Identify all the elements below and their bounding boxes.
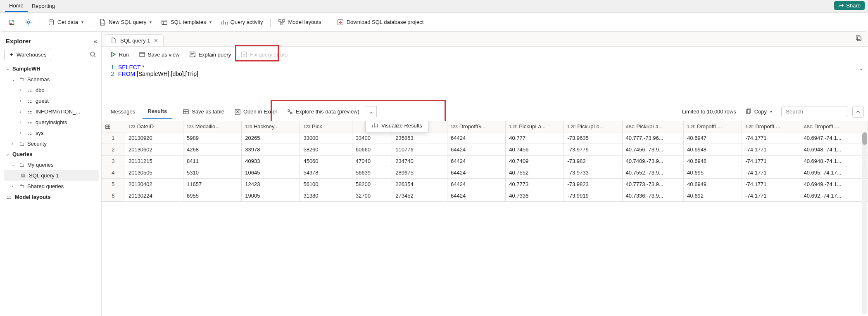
tree-model-layouts[interactable]: ⚏Model layouts bbox=[4, 191, 99, 202]
table-row[interactable]: 3201312158411409334506047040234740644244… bbox=[102, 156, 868, 167]
table-row[interactable]: 2201306024268339785826060660110776644244… bbox=[102, 144, 868, 156]
window-stack-button[interactable] bbox=[855, 34, 862, 42]
warehouses-button[interactable]: ＋Warehouses bbox=[4, 49, 51, 60]
column-header[interactable]: 123Pick bbox=[300, 121, 352, 132]
activity-icon bbox=[221, 19, 228, 26]
column-header[interactable]: ABCPickupLa... bbox=[622, 121, 684, 132]
column-header[interactable]: 123DropoffG... bbox=[447, 121, 506, 132]
cell: 5310 bbox=[183, 167, 242, 179]
explore-data-button[interactable]: Explore this data (preview) bbox=[283, 106, 364, 117]
row-number: 3 bbox=[102, 156, 125, 167]
query-activity-button[interactable]: Query activity bbox=[217, 17, 266, 28]
messages-tab[interactable]: Messages bbox=[106, 104, 140, 119]
cell: 64424 bbox=[447, 156, 506, 167]
cell: -73.9823 bbox=[564, 179, 622, 190]
scrollbar-thumb[interactable] bbox=[862, 132, 867, 145]
database-icon bbox=[48, 19, 55, 26]
column-header[interactable]: 1.2FPickupLa... bbox=[506, 121, 564, 132]
download-project-button[interactable]: Download SQL database project bbox=[333, 17, 427, 28]
column-header[interactable]: 1.2FPickupLo... bbox=[564, 121, 622, 132]
svg-point-1 bbox=[27, 21, 29, 23]
svg-point-0 bbox=[10, 23, 12, 24]
cell: -73.9635 bbox=[564, 132, 622, 144]
table-row[interactable]: 6201302246955190053138032700273452644244… bbox=[102, 190, 868, 202]
run-button[interactable]: Run bbox=[106, 49, 133, 60]
explain-icon bbox=[189, 51, 196, 58]
cell: 56639 bbox=[352, 167, 392, 179]
visualize-results-popup[interactable]: Visualize Results bbox=[365, 121, 428, 132]
cell: 40.695,-74.17... bbox=[800, 167, 868, 179]
new-sql-button[interactable]: SQL New SQL query▾ bbox=[95, 17, 155, 28]
explorer-title: Explorer bbox=[6, 38, 31, 45]
tree-schema-guest[interactable]: ›⚏guest bbox=[4, 95, 99, 106]
refresh-button[interactable] bbox=[5, 17, 19, 28]
tree-query-1[interactable]: 🗎SQL query 1 bbox=[4, 170, 99, 181]
get-data-button[interactable]: Get data▾ bbox=[44, 17, 87, 28]
schema-icon: ⚏ bbox=[26, 108, 33, 115]
cell: 33400 bbox=[352, 132, 392, 144]
query-tab[interactable]: SQL query 1 ✕ bbox=[105, 34, 164, 46]
save-as-view-button[interactable]: Save as view bbox=[135, 49, 184, 60]
svg-rect-14 bbox=[242, 52, 247, 57]
cell: -74.1771 bbox=[742, 179, 800, 190]
column-header[interactable]: 123Medallio... bbox=[183, 121, 242, 132]
results-search-input[interactable] bbox=[781, 106, 847, 117]
column-header[interactable]: 1.2FDropoffL... bbox=[684, 121, 742, 132]
cell: 40933 bbox=[242, 156, 300, 167]
cell: -73.9779 bbox=[564, 144, 622, 156]
more-actions-button[interactable]: ⌄ bbox=[365, 106, 377, 117]
row-number: 1 bbox=[102, 132, 125, 144]
tree-schema-queryinsights[interactable]: ›⚏queryinsights bbox=[4, 117, 99, 127]
open-excel-button[interactable]: Open in Excel bbox=[230, 106, 281, 117]
query-tabbar: SQL query 1 ✕ bbox=[102, 32, 868, 46]
table-row[interactable]: 4201305055310106455437856639289675644244… bbox=[102, 167, 868, 179]
results-grid[interactable]: Visualize Results 123DateID123Medallio..… bbox=[102, 121, 868, 316]
model-layouts-button[interactable]: Model layouts bbox=[275, 17, 324, 28]
cell: 64424 bbox=[447, 167, 506, 179]
save-as-table-button[interactable]: Save as table bbox=[178, 106, 228, 117]
tree-schema-info[interactable]: ›⚏INFORMATION_... bbox=[4, 106, 99, 117]
settings-button[interactable] bbox=[21, 17, 36, 28]
fix-icon bbox=[241, 51, 247, 58]
tree-schema-dbo[interactable]: ›⚏dbo bbox=[4, 85, 99, 95]
tree-schema-sys[interactable]: ›⚏sys bbox=[4, 127, 99, 138]
copy-button[interactable]: Copy▾ bbox=[741, 106, 776, 117]
table-icon bbox=[183, 108, 189, 115]
table-row[interactable]: 1201309205989202653300033400235853644244… bbox=[102, 132, 868, 144]
share-button[interactable]: Share bbox=[834, 1, 865, 10]
row-selector-header[interactable] bbox=[102, 121, 125, 132]
sql-templates-button[interactable]: SQL templates▾ bbox=[157, 17, 215, 28]
editor-collapse-button[interactable]: ⌄ bbox=[859, 65, 864, 71]
column-header[interactable]: 1.2FDropoffL... bbox=[742, 121, 800, 132]
collapse-explorer-button[interactable]: « bbox=[94, 38, 97, 45]
cell: 40.692,-74.17... bbox=[800, 190, 868, 202]
close-tab-button[interactable]: ✕ bbox=[154, 38, 158, 44]
column-header[interactable]: 123DateID bbox=[125, 121, 183, 132]
cell: 40.7773,-73.9... bbox=[622, 179, 684, 190]
tree-security[interactable]: ›🗀Security bbox=[4, 138, 99, 149]
explorer-search-button[interactable] bbox=[90, 51, 99, 58]
cell: 40.7409,-73.9... bbox=[622, 156, 684, 167]
chart-icon bbox=[371, 122, 378, 129]
expand-results-button[interactable] bbox=[852, 106, 864, 118]
column-header[interactable]: ABCDropoffL... bbox=[800, 121, 868, 132]
cell: 40.7336,-73.9... bbox=[622, 190, 684, 202]
tree-schemas[interactable]: ⌄🗀Schemas bbox=[4, 74, 99, 85]
schema-icon: ⚏ bbox=[26, 119, 33, 125]
svg-point-2 bbox=[49, 19, 54, 21]
tree-warehouse[interactable]: ⌄SampleWH bbox=[4, 64, 99, 74]
tree-my-queries[interactable]: ⌄🗀My queries bbox=[4, 159, 99, 170]
code-editor[interactable]: 1SELECT * 2FROM [SampleWH].[dbo].[Trip] … bbox=[102, 62, 868, 102]
explain-query-button[interactable]: Explain query bbox=[185, 49, 235, 60]
row-number: 4 bbox=[102, 167, 125, 179]
results-tab[interactable]: Results bbox=[143, 104, 172, 119]
cell: -74.1771 bbox=[742, 167, 800, 179]
column-header[interactable]: 123Hackney... bbox=[242, 121, 300, 132]
table-row[interactable]: 5201304021165712423561005820022635464424… bbox=[102, 179, 868, 190]
cell: 11657 bbox=[183, 179, 242, 190]
results-toolbar: Messages Results Save as table Open in E… bbox=[102, 102, 868, 121]
tree-shared-queries[interactable]: ›🗀Shared queries bbox=[4, 181, 99, 191]
nav-reporting[interactable]: Reporting bbox=[28, 1, 59, 12]
tree-queries[interactable]: ⌄Queries bbox=[4, 149, 99, 159]
nav-home[interactable]: Home bbox=[5, 1, 28, 12]
